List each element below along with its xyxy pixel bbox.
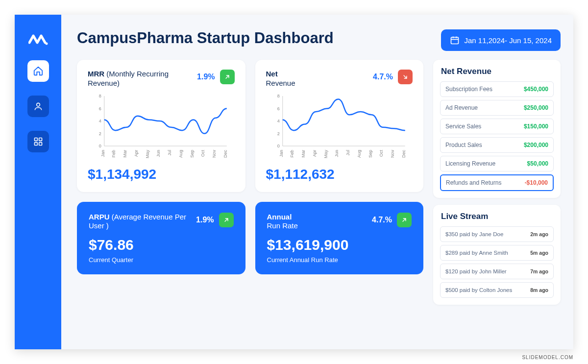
net-card: NetRevenue 4.7.% 02468JanFebMarAprMayJun… [255,60,424,192]
svg-text:Apr: Apr [134,150,139,157]
svg-text:Feb: Feb [111,150,116,158]
revenue-value: $50,000 [527,160,548,167]
svg-text:Aug: Aug [178,150,183,158]
arpu-trend-badge [219,213,234,227]
net-title: NetRevenue [266,70,295,88]
svg-text:Jan: Jan [278,150,283,157]
arr-sub: Current Annual Run Rate [267,256,412,264]
svg-text:6: 6 [277,106,279,111]
revenue-row[interactable]: Refunds and Returns-$10,000 [440,174,554,191]
nav-home[interactable] [27,60,49,82]
revenue-row[interactable]: Product Sales$200,000 [440,137,554,153]
svg-text:Nov: Nov [390,149,395,158]
arpu-card: ARPU (Average Revenue Per User ) 1.9% $7… [77,202,245,275]
svg-text:Oct: Oct [379,149,384,157]
page-title: CampusPharma Startup Dashboard [77,29,334,47]
svg-text:4: 4 [99,119,101,123]
arpu-title: ARPU (Average Revenue Per User ) [89,213,196,231]
svg-text:8: 8 [277,94,279,98]
revenue-row[interactable]: Ad Revenue$250,000 [440,100,554,116]
revenue-label: Ad Revenue [445,104,478,111]
nav-user[interactable] [27,96,49,117]
stream-time: 7m ago [530,268,548,274]
svg-text:Sep: Sep [368,150,372,158]
mrr-card: MRR (Monthly Recurring Revenue) 1.9% 024… [77,60,245,192]
apps-icon [33,137,43,146]
home-icon [33,66,44,76]
arrow-up-right-icon [223,217,230,223]
svg-text:Mar: Mar [122,149,127,157]
revenue-value: $200,000 [524,142,548,148]
svg-text:Apr: Apr [312,150,317,157]
svg-text:Jul: Jul [167,150,172,156]
live-stream-panel: Live Stream $350 paid by Jane Doe2m ago$… [433,205,561,305]
revenue-label: Licensing Revenue [445,160,495,167]
logo-icon [28,32,48,47]
date-range-picker[interactable]: Jan 11,2024- Jun 15, 2024 [441,29,561,51]
svg-text:0: 0 [277,144,279,148]
revenue-value: -$10,000 [525,179,548,186]
stream-row: $120 paid by John Miller7m ago [440,264,554,279]
arr-card: AnnualRun Rate 4.7.% $13,619,900 Current… [255,202,424,275]
stream-time: 8m ago [530,287,548,293]
revenue-row[interactable]: Subscription Fees$450,000 [440,81,554,97]
svg-text:Dec: Dec [223,149,228,158]
svg-text:Mar: Mar [301,149,306,157]
svg-rect-3 [39,138,42,141]
svg-text:May: May [323,149,328,158]
revenue-value: $450,000 [524,86,548,93]
net-chart: 02468JanFebMarAprMayJunJulAugSepOctNovDe… [266,92,413,161]
svg-rect-5 [39,143,42,146]
svg-text:Jul: Jul [345,150,350,156]
stream-time: 2m ago [530,231,548,237]
svg-text:Nov: Nov [212,149,217,158]
svg-text:May: May [145,149,150,158]
mrr-value: $1,134,992 [88,167,235,182]
svg-text:4: 4 [277,119,279,123]
arr-value: $13,619,900 [267,237,412,253]
svg-text:2: 2 [99,131,101,136]
stream-text: $350 paid by Jane Doe [445,231,503,237]
svg-text:Oct: Oct [200,149,205,157]
svg-rect-4 [34,143,37,146]
mrr-pct: 1.9% [197,73,215,81]
svg-text:0: 0 [99,144,101,148]
stream-row: $289 paid by Anne Smith5m ago [440,245,554,261]
svg-text:Dec: Dec [401,149,406,158]
footer-brand: SLIDEMODEL.COM [522,355,573,360]
svg-point-1 [36,103,40,106]
revenue-value: $250,000 [524,104,548,111]
date-range-text: Jan 11,2024- Jun 15, 2024 [465,36,552,45]
net-revenue-panel: Net Revenue Subscription Fees$450,000Ad … [433,60,561,198]
arpu-value: $76.86 [89,237,234,253]
stream-row: $500 paid by Colton Jones8m ago [440,282,554,298]
arrow-down-right-icon [402,73,409,80]
net-value: $1,112,632 [266,167,413,182]
revenue-row[interactable]: Service Sales$150,000 [440,119,554,134]
arr-title: AnnualRun Rate [267,213,298,231]
mrr-trend-badge [220,70,235,84]
svg-point-0 [45,43,48,45]
revenue-row[interactable]: Licensing Revenue$50,000 [440,156,554,171]
svg-text:Aug: Aug [356,150,361,158]
svg-rect-2 [34,138,37,141]
svg-text:Jun: Jun [156,150,161,157]
stream-text: $500 paid by Colton Jones [445,287,512,293]
net-revenue-title: Net Revenue [440,67,554,76]
svg-text:Sep: Sep [190,150,195,158]
sidebar [15,15,61,349]
stream-row: $350 paid by Jane Doe2m ago [440,226,554,242]
nav-apps[interactable] [27,131,49,152]
svg-text:2: 2 [277,131,279,136]
live-stream-title: Live Stream [440,212,554,221]
arrow-up-right-icon [401,217,408,223]
net-trend-badge [398,70,413,84]
arpu-sub: Current Quarter [89,256,234,264]
arrow-up-right-icon [224,73,231,80]
arr-trend-badge [397,213,412,227]
main-content: CampusPharma Startup Dashboard Jan 11,20… [61,15,573,349]
mrr-title: MRR (Monthly Recurring Revenue) [88,70,197,88]
net-pct: 4.7.% [373,73,393,81]
svg-text:Jan: Jan [100,150,105,157]
revenue-label: Product Sales [445,142,482,148]
